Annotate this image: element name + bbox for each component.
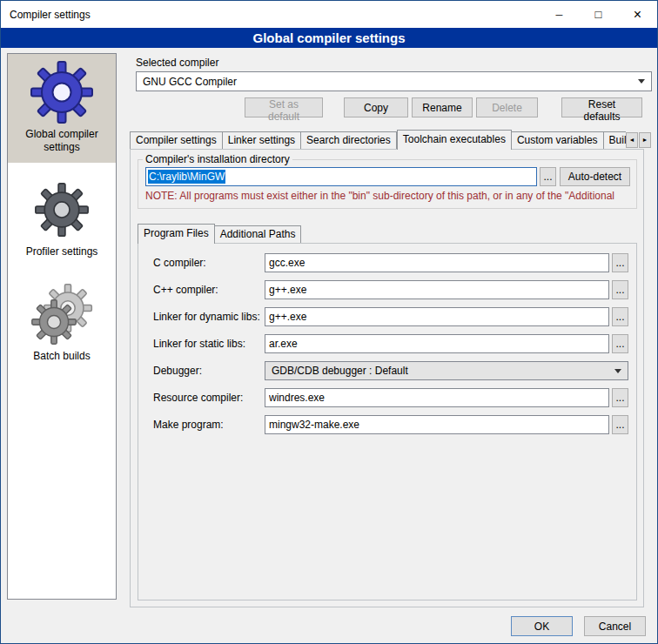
field-label: C compiler: xyxy=(153,257,265,269)
delete-button[interactable]: Delete xyxy=(476,97,538,117)
field-label: C++ compiler: xyxy=(153,284,265,296)
program-files-panel: C compiler: ... C++ compiler: ... Linker… xyxy=(138,243,637,600)
close-icon: × xyxy=(634,7,641,23)
tab-scroll-buttons: ◄ ► xyxy=(626,132,651,148)
tab-build-options[interactable]: Buil xyxy=(604,131,626,149)
compiler-settings-window: Compiler settings ─ □ × Global compiler … xyxy=(0,0,658,644)
compiler-actions: Set as default Copy Rename Delete Reset … xyxy=(136,97,652,117)
tab-compiler-settings[interactable]: Compiler settings xyxy=(130,131,223,149)
arrow-left-icon: ◄ xyxy=(629,137,635,143)
toolchain-executables-panel: Compiler's installation directory C:\ray… xyxy=(130,149,644,607)
ok-button[interactable]: OK xyxy=(511,616,573,636)
sidebar-item-label: Profiler settings xyxy=(26,245,98,258)
sidebar-item-global-compiler-settings[interactable]: Global compiler settings xyxy=(8,54,116,163)
arrow-right-icon: ► xyxy=(642,137,648,143)
sidebar-item-batch-builds[interactable]: Batch builds xyxy=(8,276,116,372)
make-program-input[interactable] xyxy=(265,415,609,434)
field-row-debugger: Debugger: GDB/CDB debugger : Default xyxy=(153,361,628,380)
dynamic-linker-browse-button[interactable]: ... xyxy=(612,307,628,326)
chevron-down-icon xyxy=(614,369,621,373)
static-linker-input[interactable] xyxy=(265,334,609,353)
installation-directory-value: C:\raylib\MinGW xyxy=(148,170,225,184)
selected-compiler-dropdown[interactable]: GNU GCC Compiler xyxy=(136,71,652,91)
resource-compiler-browse-button[interactable]: ... xyxy=(612,388,628,407)
titlebar: Compiler settings ─ □ × xyxy=(1,1,657,28)
browse-directory-button[interactable]: ... xyxy=(540,167,556,186)
field-label: Make program: xyxy=(153,419,265,431)
profiler-icon xyxy=(30,178,93,241)
batch-builds-icon xyxy=(30,283,93,345)
tab-scroll-left-button[interactable]: ◄ xyxy=(626,132,638,148)
set-as-default-button[interactable]: Set as default xyxy=(245,97,323,117)
rename-button[interactable]: Rename xyxy=(412,97,473,117)
installation-directory-group: Compiler's installation directory C:\ray… xyxy=(138,153,637,209)
sidebar-item-label: Global compiler settings xyxy=(10,128,114,154)
chevron-down-icon xyxy=(638,79,645,84)
settings-sidebar: Global compiler settings Profiler settin… xyxy=(7,53,117,600)
tab-toolchain-executables[interactable]: Toolchain executables xyxy=(397,130,512,150)
copy-button[interactable]: Copy xyxy=(344,97,408,117)
tab-program-files[interactable]: Program Files xyxy=(138,224,215,244)
window-controls: ─ □ × xyxy=(540,1,657,28)
tab-search-directories[interactable]: Search directories xyxy=(301,131,397,149)
compiler-gear-icon xyxy=(30,61,93,124)
program-files-tabstrip: Program Files Additional Paths xyxy=(138,224,301,244)
sidebar-item-profiler-settings[interactable]: Profiler settings xyxy=(8,171,116,267)
field-label: Debugger: xyxy=(153,365,265,377)
tab-linker-settings[interactable]: Linker settings xyxy=(223,131,301,149)
field-label: Linker for dynamic libs: xyxy=(153,311,265,323)
auto-detect-button[interactable]: Auto-detect xyxy=(560,167,630,186)
field-row-resource-compiler: Resource compiler: ... xyxy=(153,388,628,407)
debugger-dropdown[interactable]: GDB/CDB debugger : Default xyxy=(265,361,628,380)
c-compiler-browse-button[interactable]: ... xyxy=(612,253,628,272)
selected-compiler-value: GNU GCC Compiler xyxy=(143,76,237,88)
selected-compiler-label: Selected compiler xyxy=(136,57,218,69)
dynamic-linker-input[interactable] xyxy=(265,307,609,326)
window-title: Compiler settings xyxy=(1,9,540,21)
maximize-button[interactable]: □ xyxy=(579,1,618,28)
note-text: NOTE: All programs must exist either in … xyxy=(145,190,636,202)
installation-directory-input[interactable]: C:\raylib\MinGW xyxy=(145,167,537,186)
field-row-static-linker: Linker for static libs: ... xyxy=(153,334,628,353)
make-program-browse-button[interactable]: ... xyxy=(612,415,628,434)
maximize-icon: □ xyxy=(595,8,602,21)
field-row-cpp-compiler: C++ compiler: ... xyxy=(153,280,628,299)
cpp-compiler-browse-button[interactable]: ... xyxy=(612,280,628,299)
installation-directory-group-title: Compiler's installation directory xyxy=(143,153,292,165)
installation-directory-row: C:\raylib\MinGW ... Auto-detect xyxy=(145,167,636,186)
static-linker-browse-button[interactable]: ... xyxy=(612,334,628,353)
cancel-button[interactable]: Cancel xyxy=(584,616,646,636)
field-label: Resource compiler: xyxy=(153,392,265,404)
debugger-value: GDB/CDB debugger : Default xyxy=(272,365,408,377)
tab-scroll-right-button[interactable]: ► xyxy=(639,132,651,148)
settings-tabstrip: Compiler settings Linker settings Search… xyxy=(130,130,626,150)
tab-additional-paths[interactable]: Additional Paths xyxy=(215,225,302,243)
reset-defaults-button[interactable]: Reset defaults xyxy=(561,97,642,117)
tab-custom-variables[interactable]: Custom variables xyxy=(512,131,604,149)
sidebar-item-label: Batch builds xyxy=(33,350,90,363)
cpp-compiler-input[interactable] xyxy=(265,280,609,299)
resource-compiler-input[interactable] xyxy=(265,388,609,407)
field-row-make-program: Make program: ... xyxy=(153,415,628,434)
minimize-icon: ─ xyxy=(556,10,563,20)
field-row-dynamic-linker: Linker for dynamic libs: ... xyxy=(153,307,628,326)
c-compiler-input[interactable] xyxy=(265,253,609,272)
close-button[interactable]: × xyxy=(618,1,657,28)
dialog-header-title: Global compiler settings xyxy=(1,28,657,48)
minimize-button[interactable]: ─ xyxy=(540,1,579,28)
field-row-c-compiler: C compiler: ... xyxy=(153,253,628,272)
field-label: Linker for static libs: xyxy=(153,338,265,350)
